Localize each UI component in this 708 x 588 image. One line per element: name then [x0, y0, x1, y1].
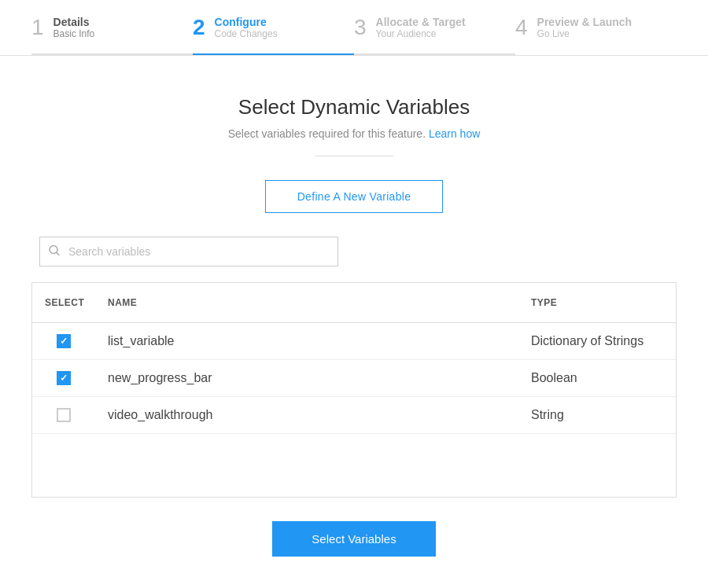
header-divider	[0, 55, 708, 56]
section-separator	[315, 156, 393, 156]
table-header: SELECT NAME TYPE	[32, 283, 676, 323]
search-container	[39, 237, 338, 266]
checkbox-cell-2[interactable]	[32, 360, 95, 396]
subtitle-text: Select variables required for this featu…	[228, 127, 426, 140]
page-title: Select Dynamic Variables	[238, 95, 470, 119]
select-variables-button[interactable]: Select Variables	[272, 521, 435, 557]
checkbox-cell-3[interactable]	[32, 397, 95, 433]
step-1-text: Details Basic Info	[53, 16, 95, 39]
variable-name-3: video_walkthrough	[95, 397, 518, 433]
checkbox-1[interactable]	[57, 334, 71, 348]
step-1: 1 Details Basic Info	[31, 16, 193, 55]
main-content: Select Dynamic Variables Select variable…	[0, 79, 708, 588]
step-4-text: Preview & Launch Go Live	[537, 16, 632, 39]
learn-how-link[interactable]: Learn how	[429, 127, 480, 140]
search-icon	[49, 245, 60, 259]
step-3-subtitle: Your Audience	[376, 28, 466, 39]
table-row: list_variable Dictionary of Strings	[32, 323, 676, 360]
col-header-select: SELECT	[32, 291, 95, 314]
step-2-title: Configure	[215, 16, 278, 28]
step-3-text: Allocate & Target Your Audience	[376, 16, 466, 39]
step-4-subtitle: Go Live	[537, 28, 632, 39]
col-header-name: NAME	[95, 291, 518, 314]
checkbox-2[interactable]	[57, 371, 71, 385]
svg-line-1	[57, 253, 59, 255]
step-1-title: Details	[53, 16, 95, 28]
step-3-number: 3	[354, 17, 367, 39]
step-3-title: Allocate & Target	[376, 16, 466, 28]
step-4-number: 4	[515, 17, 528, 39]
page-subtitle: Select variables required for this featu…	[228, 127, 481, 140]
step-3[interactable]: 3 Allocate & Target Your Audience	[354, 16, 515, 55]
table-row: new_progress_bar Boolean	[32, 360, 676, 397]
step-1-number: 1	[31, 17, 44, 39]
variable-name-1: list_variable	[95, 323, 518, 359]
variable-type-3: String	[518, 397, 676, 433]
step-2-subtitle: Code Changes	[215, 28, 278, 39]
checkbox-3[interactable]	[57, 408, 71, 422]
step-4[interactable]: 4 Preview & Launch Go Live	[515, 16, 677, 55]
checkbox-cell-1[interactable]	[32, 323, 95, 359]
step-1-subtitle: Basic Info	[53, 28, 95, 39]
variable-name-2: new_progress_bar	[95, 360, 518, 396]
table-empty-row	[32, 434, 676, 497]
variable-type-2: Boolean	[518, 360, 676, 396]
variable-type-1: Dictionary of Strings	[518, 323, 676, 359]
table-row: video_walkthrough String	[32, 397, 676, 434]
search-input[interactable]	[39, 237, 338, 266]
define-new-variable-button[interactable]: Define A New Variable	[265, 180, 444, 213]
step-4-title: Preview & Launch	[537, 16, 632, 28]
stepper: 1 Details Basic Info 2 Configure Code Ch…	[0, 0, 708, 55]
variables-table-wrapper: SELECT NAME TYPE list_variable Dictionar…	[31, 282, 677, 498]
step-2-number: 2	[193, 17, 205, 39]
col-header-type: TYPE	[518, 291, 676, 314]
step-2-text: Configure Code Changes	[215, 16, 278, 39]
step-2[interactable]: 2 Configure Code Changes	[193, 16, 354, 55]
